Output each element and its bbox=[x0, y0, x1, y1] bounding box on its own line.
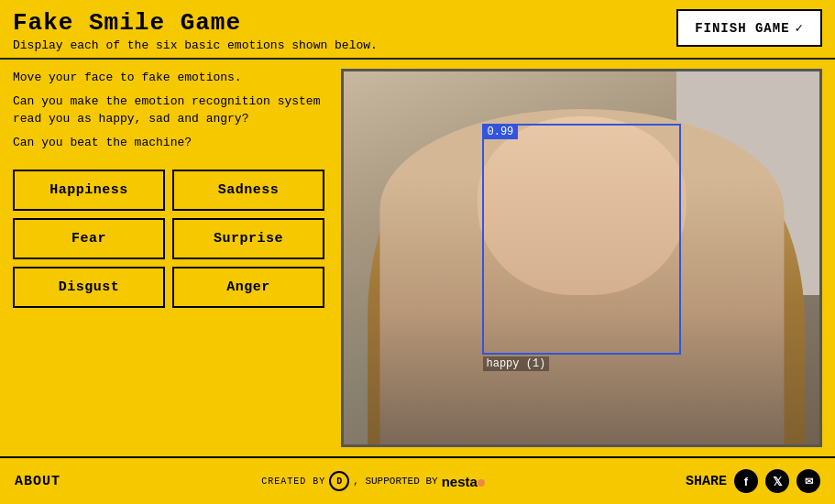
main-content: Move your face to fake emotions. Can you… bbox=[0, 60, 835, 456]
twitter-share-icon[interactable]: 𝕏 bbox=[765, 469, 789, 493]
instruction-3: Can you beat the machine? bbox=[13, 134, 324, 152]
face-detection-box: 0.99 happy (1) bbox=[482, 124, 682, 355]
emotion-button-sadness[interactable]: Sadness bbox=[172, 170, 324, 211]
page-title: Fake Smile Game bbox=[13, 9, 378, 37]
about-link[interactable]: ABOUT bbox=[15, 474, 60, 489]
emotion-button-happiness[interactable]: Happiness bbox=[13, 170, 165, 211]
nesta-dot-icon bbox=[478, 479, 485, 487]
right-panel: 0.99 happy (1) bbox=[341, 69, 822, 447]
created-by-label: CREATED BY bbox=[261, 477, 325, 487]
header-subtitle: Display each of the six basic emotions s… bbox=[13, 38, 378, 52]
email-share-icon[interactable]: ✉ bbox=[797, 469, 820, 493]
instruction-1: Move your face to fake emotions. bbox=[13, 69, 324, 87]
emotion-grid: HappinessSadnessFearSurpriseDisgustAnger bbox=[13, 170, 324, 308]
left-panel: Move your face to fake emotions. Can you… bbox=[13, 69, 324, 447]
supported-by-label: , SUPPORTED BY bbox=[353, 476, 437, 487]
header: Fake Smile Game Display each of the six … bbox=[0, 0, 835, 60]
camera-background: 0.99 happy (1) bbox=[344, 71, 819, 444]
emotion-button-anger[interactable]: Anger bbox=[172, 267, 324, 308]
share-section: SHARE f 𝕏 ✉ bbox=[686, 469, 820, 493]
footer: ABOUT CREATED BY D , SUPPORTED BY nesta … bbox=[0, 456, 835, 504]
nesta-logo: nesta bbox=[442, 474, 485, 489]
finish-game-label: FINISH GAME bbox=[695, 21, 789, 36]
dlab-logo-icon: D bbox=[329, 471, 349, 491]
emotion-button-surprise[interactable]: Surprise bbox=[172, 218, 324, 259]
credits: CREATED BY D , SUPPORTED BY nesta bbox=[261, 471, 485, 491]
share-label: SHARE bbox=[686, 474, 727, 489]
header-left: Fake Smile Game Display each of the six … bbox=[13, 9, 378, 52]
camera-feed: 0.99 happy (1) bbox=[341, 69, 822, 447]
emotion-button-disgust[interactable]: Disgust bbox=[13, 267, 165, 308]
finish-game-button[interactable]: FINISH GAME ✓ bbox=[676, 9, 822, 47]
finish-check-icon: ✓ bbox=[796, 20, 804, 36]
facebook-share-icon[interactable]: f bbox=[734, 469, 758, 493]
emotion-button-fear[interactable]: Fear bbox=[13, 218, 165, 259]
detection-label: happy (1) bbox=[483, 356, 550, 371]
instruction-2: Can you make the emotion recognition sys… bbox=[13, 93, 324, 128]
instructions: Move your face to fake emotions. Can you… bbox=[13, 69, 324, 157]
detection-score: 0.99 bbox=[483, 125, 519, 139]
